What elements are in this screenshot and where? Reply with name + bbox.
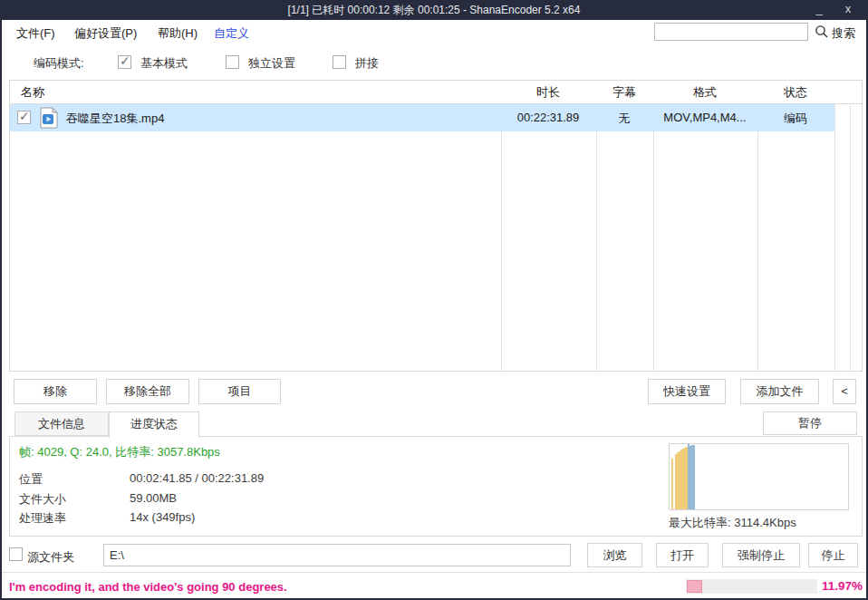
bitrate-chart bbox=[669, 443, 849, 510]
file-name-cell: 吞噬星空18集.mp4 bbox=[66, 111, 164, 127]
browse-button[interactable]: 浏览 bbox=[587, 543, 642, 567]
independent-settings-label[interactable]: 独立设置 bbox=[248, 55, 295, 72]
stop-button[interactable]: 停止 bbox=[808, 543, 858, 567]
encode-progress-percent: 11.97% bbox=[822, 579, 863, 593]
output-path-input[interactable] bbox=[103, 544, 571, 566]
encode-progress-fill bbox=[687, 580, 702, 593]
menu-preferences[interactable]: 偏好设置(P) bbox=[74, 25, 137, 42]
remove-all-button[interactable]: 移除全部 bbox=[106, 379, 189, 404]
search-input[interactable] bbox=[654, 23, 808, 41]
file-list-table[interactable]: 名称 时长 字幕 格式 状态 吞噬星空18集.mp4 00:22:31.89 无… bbox=[9, 80, 863, 372]
max-bitrate-label: 最大比特率: 3114.4Kbps bbox=[669, 515, 796, 531]
position-value: 00:02:41.85 / 00:22:31.89 bbox=[130, 471, 264, 485]
window-title: [1/1] 已耗时 00:00:12 剩余 00:01:25 - ShanaEn… bbox=[0, 3, 868, 18]
encode-progress-bar bbox=[686, 579, 817, 594]
source-folder-label[interactable]: 源文件夹 bbox=[27, 549, 74, 566]
minimize-button[interactable]: _ bbox=[806, 0, 832, 20]
source-folder-checkbox[interactable] bbox=[9, 547, 23, 561]
search-button[interactable]: 搜索 bbox=[832, 25, 855, 42]
encoding-mode-label: 编码模式: bbox=[34, 55, 84, 72]
search-icon[interactable] bbox=[815, 24, 829, 39]
col-name[interactable]: 名称 bbox=[21, 84, 44, 101]
add-file-button[interactable]: 添加文件 bbox=[740, 379, 819, 404]
position-label: 位置 bbox=[19, 471, 43, 488]
video-file-icon bbox=[39, 107, 59, 129]
format-cell: MOV,MP4,M4... bbox=[663, 111, 746, 124]
force-stop-button[interactable]: 强制停止 bbox=[722, 543, 800, 567]
concat-checkbox[interactable] bbox=[333, 55, 346, 69]
remove-button[interactable]: 移除 bbox=[14, 379, 97, 404]
open-button[interactable]: 打开 bbox=[656, 543, 709, 567]
col-duration[interactable]: 时长 bbox=[536, 84, 560, 101]
basic-mode-checkbox[interactable] bbox=[118, 55, 131, 69]
menu-file[interactable]: 文件(F) bbox=[16, 25, 55, 42]
duration-cell: 00:22:31.89 bbox=[517, 111, 580, 124]
row-checkbox[interactable] bbox=[17, 111, 31, 124]
independent-settings-checkbox[interactable] bbox=[226, 55, 239, 69]
speed-label: 处理速率 bbox=[19, 510, 66, 527]
tab-file-info[interactable]: 文件信息 bbox=[14, 411, 109, 436]
project-button[interactable]: 项目 bbox=[198, 379, 281, 404]
col-status[interactable]: 状态 bbox=[784, 84, 807, 101]
collapse-button[interactable]: < bbox=[833, 379, 856, 404]
pause-button[interactable]: 暂停 bbox=[763, 411, 857, 435]
col-subtitle[interactable]: 字幕 bbox=[612, 84, 636, 101]
encode-stats-line: 帧: 4029, Q: 24.0, 比特率: 3057.8Kbps bbox=[19, 444, 220, 460]
basic-mode-label[interactable]: 基本模式 bbox=[140, 55, 188, 72]
table-row[interactable]: 吞噬星空18集.mp4 00:22:31.89 无 MOV,MP4,M4... … bbox=[10, 104, 834, 131]
close-button[interactable]: x bbox=[835, 0, 861, 20]
shanaencoder-window: [1/1] 已耗时 00:00:12 剩余 00:01:25 - ShanaEn… bbox=[0, 0, 868, 600]
status-message: I'm encoding it, and the video's going 9… bbox=[9, 580, 287, 594]
menu-bar: 文件(F) 偏好设置(P) 帮助(H) 自定义 搜索 bbox=[2, 20, 866, 47]
title-bar[interactable]: [1/1] 已耗时 00:00:12 剩余 00:01:25 - ShanaEn… bbox=[0, 0, 868, 20]
concat-label[interactable]: 拼接 bbox=[355, 55, 379, 72]
progress-status-panel: 帧: 4029, Q: 24.0, 比特率: 3057.8Kbps 位置 00:… bbox=[9, 436, 863, 537]
col-format[interactable]: 格式 bbox=[693, 84, 717, 101]
file-size-value: 59.00MB bbox=[130, 491, 177, 505]
subtitle-cell: 无 bbox=[619, 111, 631, 127]
file-size-label: 文件大小 bbox=[19, 491, 66, 508]
encoding-mode-bar: 编码模式: 基本模式 独立设置 拼接 bbox=[2, 46, 866, 80]
status-cell: 编码 bbox=[784, 111, 807, 127]
speed-value: 14x (349fps) bbox=[130, 510, 195, 524]
quick-settings-button[interactable]: 快速设置 bbox=[648, 379, 726, 404]
column-separator bbox=[834, 81, 835, 371]
column-separator bbox=[850, 81, 851, 371]
divider bbox=[2, 572, 866, 573]
menu-custom[interactable]: 自定义 bbox=[214, 25, 249, 42]
table-header: 名称 时长 字幕 格式 状态 bbox=[10, 81, 862, 104]
tab-progress-status[interactable]: 进度状态 bbox=[109, 411, 199, 438]
menu-help[interactable]: 帮助(H) bbox=[158, 25, 198, 42]
